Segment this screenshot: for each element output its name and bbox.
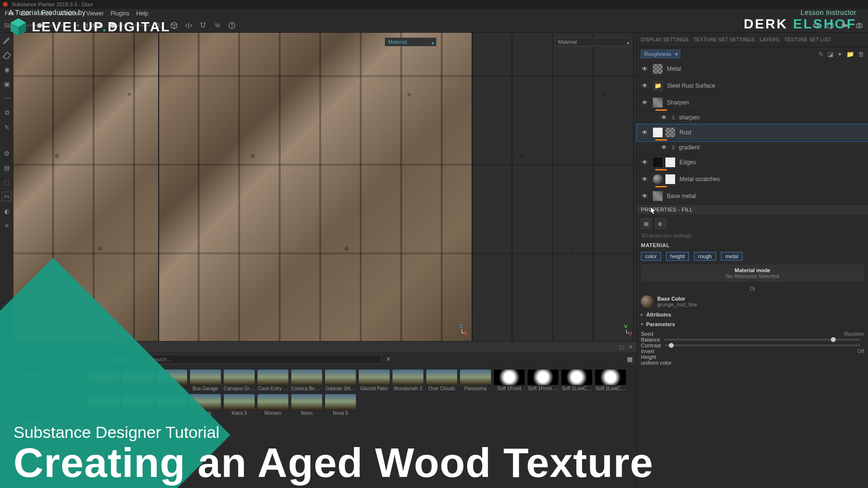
tab-layers[interactable]: LAYERS — [760, 37, 779, 42]
shelf-item[interactable]: Kiara 3 — [224, 394, 255, 416]
param-slider[interactable] — [665, 344, 860, 346]
visibility-eye-icon[interactable]: 👁 — [642, 129, 649, 136]
shelf-item[interactable]: Soft 1LowC… — [595, 369, 626, 391]
shelf-import-icon[interactable]: ⇥ — [68, 355, 76, 364]
channel-height[interactable]: height — [666, 252, 689, 261]
shelf-rect-icon[interactable]: ▭ — [30, 355, 39, 364]
channel-metal[interactable]: metal — [721, 252, 743, 261]
layer-row[interactable]: 👁Ssharpen — [637, 111, 868, 124]
shelf-item[interactable]: Neon — [291, 394, 322, 416]
channel-rough[interactable]: rough — [694, 252, 716, 261]
mask-tool-icon[interactable]: ▤ — [2, 163, 12, 172]
shelf-item[interactable]: Dacre St — [156, 394, 187, 416]
shelf-search-input[interactable] — [147, 355, 382, 364]
shelf-filter-icon[interactable]: ▼ — [85, 355, 94, 364]
shelf-s-icon[interactable]: S — [55, 355, 64, 364]
layer-row[interactable]: 👁Sgradient — [637, 141, 868, 154]
delete-layer-icon[interactable]: 🗑 — [858, 51, 864, 58]
visibility-eye-icon[interactable]: 👁 — [661, 114, 668, 121]
snap-icon[interactable] — [198, 21, 208, 30]
parameters-header[interactable]: ▾Parameters — [641, 321, 864, 327]
resource-icon[interactable]: ⬚ — [2, 177, 12, 187]
material-picker-icon[interactable]: ✎ — [2, 122, 12, 132]
history-icon[interactable] — [227, 21, 237, 30]
shelf-grid-icon[interactable]: ▦ — [627, 356, 633, 363]
shelf-item[interactable]: Canopus Gr… — [224, 369, 255, 391]
sphere-mode-icon[interactable]: ◐ — [655, 218, 666, 229]
shelf-item[interactable]: Autumn Fo… — [89, 369, 120, 391]
attributes-header[interactable]: ▸Attributes — [641, 312, 864, 317]
tab-textureset-list[interactable]: TEXTURE SET LIST — [784, 37, 831, 42]
visibility-eye-icon[interactable]: 👁 — [661, 144, 668, 151]
settings-icon[interactable]: ⚙ — [2, 148, 12, 158]
shelf-item[interactable]: Soft 1LowC… — [561, 369, 592, 391]
layer-row[interactable]: 👁Metal scratches — [637, 171, 868, 188]
visibility-eye-icon[interactable]: 👁 — [642, 66, 649, 72]
shelf-item[interactable]: Bus Garage — [190, 369, 221, 391]
visibility-eye-icon[interactable]: 👁 — [642, 159, 649, 166]
visibility-eye-icon[interactable]: 👁 — [642, 176, 649, 183]
shelf-item[interactable]: Gdansk Shi… — [325, 369, 356, 391]
shelf-cat-textures[interactable]: Textures — [16, 369, 83, 379]
visibility-eye-icon[interactable]: 👁 — [642, 82, 649, 89]
shelf-cat-skin[interactable]: Skin — [16, 389, 83, 398]
shelf-item[interactable]: Over Clouds — [426, 369, 457, 391]
3d-viewport[interactable]: z└x — [159, 33, 472, 341]
shelf-cat-hardsurfaces[interactable]: Hard Surfaces — [16, 379, 83, 389]
help-tool-icon[interactable]: ◐ — [2, 206, 12, 216]
brush-tool-icon[interactable] — [2, 36, 12, 45]
channel-color[interactable]: color — [641, 252, 661, 261]
shelf-item[interactable]: Cave Entry … — [258, 369, 288, 391]
shelf-cat-masks[interactable]: Masks — [16, 437, 83, 447]
reference-viewport[interactable] — [14, 33, 158, 341]
shelf-item[interactable]: Glazed Patio — [359, 369, 390, 391]
add-mask-icon[interactable]: ◪ — [827, 51, 833, 58]
layer-row[interactable]: 👁Rust — [637, 124, 868, 141]
basecolor-row[interactable]: Base Color grunge_rust_fine — [641, 295, 864, 308]
visibility-eye-icon[interactable]: 👁 — [642, 99, 649, 106]
shelf-item[interactable]: Monaco — [258, 394, 288, 416]
viewport-material-tag[interactable]: Material▾ — [385, 38, 436, 46]
layer-row[interactable]: 👁Sharpen — [637, 94, 868, 111]
shelf-cat-filters[interactable]: Filters — [16, 398, 83, 408]
shelf-popout-icon[interactable]: ▢ — [619, 344, 624, 350]
channel-dropdown[interactable]: Roughness — [641, 50, 680, 58]
shelf-cat-environments[interactable]: Environments — [16, 456, 83, 466]
projection-tool-icon[interactable]: ◉ — [2, 65, 12, 74]
shelf-close-icon[interactable]: ✕ — [628, 344, 633, 350]
tab-display-settings[interactable]: DISPLAY SETTINGS — [641, 37, 689, 42]
shelf-filter-tag[interactable]: Enviro…✕ — [110, 355, 143, 363]
shelf-home-icon[interactable]: ⌂ — [17, 355, 26, 364]
eraser-tool-icon[interactable] — [2, 50, 12, 60]
shelf-item[interactable]: Panorama — [460, 369, 491, 391]
clone-tool-icon[interactable]: ⧉ — [2, 108, 12, 118]
shelf-cat-tools[interactable]: Tools — [16, 427, 83, 437]
polyfill-tool-icon[interactable]: ▣ — [2, 79, 12, 89]
viewport-material-dropdown[interactable]: Material▾ — [555, 38, 632, 46]
layer-row[interactable]: 👁Edges — [637, 154, 868, 171]
shelf-item[interactable]: Studio 03 — [89, 394, 120, 416]
shelf-cat-particles[interactable]: Particles — [16, 418, 83, 427]
ps-export-icon[interactable]: Ps — [2, 192, 12, 201]
visibility-eye-icon[interactable]: 👁 — [642, 193, 649, 199]
percent-icon[interactable]: % — [213, 21, 222, 30]
close-icon[interactable] — [3, 2, 8, 7]
shelf-eye-icon[interactable]: 👁 — [42, 355, 51, 364]
shelf-item[interactable]: Mondarrain 3 — [393, 369, 423, 391]
shelf-item[interactable]: Bonifacio St… — [156, 369, 187, 391]
tab-textureset-settings[interactable]: TEXTURE SET SETTINGS — [693, 37, 755, 42]
shelf-cat-brush[interactable]: Brush — [16, 408, 83, 418]
smudge-tool-icon[interactable]: 〰 — [2, 93, 12, 103]
shelf-item[interactable]: Corsica Bea… — [291, 369, 322, 391]
fill-mode-icon[interactable]: ▦ — [641, 218, 651, 229]
layer-row[interactable]: 👁Base metal — [637, 188, 868, 205]
shelf-item[interactable]: Soft 1Front — [494, 369, 525, 391]
param-slider[interactable] — [664, 339, 860, 341]
shelf-item[interactable]: Nova 5 — [325, 394, 356, 416]
log-icon[interactable]: ≡ — [2, 221, 12, 230]
symmetry-icon[interactable] — [184, 21, 193, 30]
param-value[interactable]: Off — [857, 348, 864, 354]
shelf-item[interactable]: Ennis — [190, 394, 221, 416]
add-folder-icon[interactable]: 📁 — [846, 51, 854, 58]
shelf-cat-smartmasks[interactable]: Smart Masks — [16, 447, 83, 456]
